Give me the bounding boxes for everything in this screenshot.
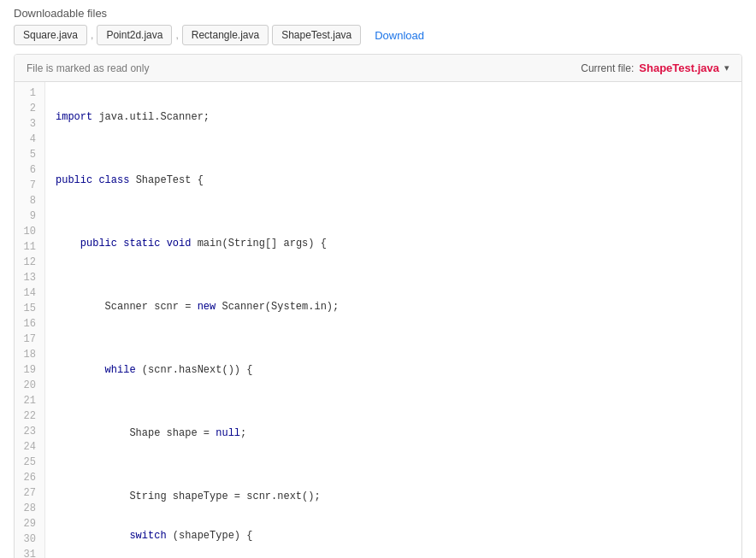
file-tabs: Square.java , Point2d.java , Rectangle.j… [14, 25, 742, 45]
current-file-section: Current file: ShapeTest.java ▾ [581, 62, 729, 74]
chevron-down-icon[interactable]: ▾ [724, 62, 729, 73]
current-file-name[interactable]: ShapeTest.java [639, 62, 719, 74]
main-container: Downloadable files Square.java , Point2d… [0, 0, 756, 558]
downloadable-section: Downloadable files Square.java , Point2d… [14, 7, 742, 45]
file-tab-shapetest[interactable]: ShapeTest.java [272, 25, 361, 45]
read-only-label: File is marked as read only [27, 62, 149, 74]
section-label: Downloadable files [14, 7, 742, 20]
separator-1: , [91, 29, 93, 41]
code-header: File is marked as read only Current file… [15, 55, 741, 82]
separator-2: , [175, 29, 178, 41]
line-numbers: 12345 678910 1112131415 1617181920 21222… [15, 82, 45, 558]
current-file-label: Current file: [581, 62, 634, 74]
file-tab-rectangle[interactable]: Rectangle.java [182, 25, 269, 45]
file-tab-point2d[interactable]: Point2d.java [97, 25, 172, 45]
download-button[interactable]: Download [369, 26, 429, 45]
file-tab-square[interactable]: Square.java [14, 25, 87, 45]
code-panel: File is marked as read only Current file… [14, 54, 742, 558]
code-content: import java.util.Scanner; public class S… [45, 82, 741, 558]
code-body: 12345 678910 1112131415 1617181920 21222… [15, 82, 741, 558]
